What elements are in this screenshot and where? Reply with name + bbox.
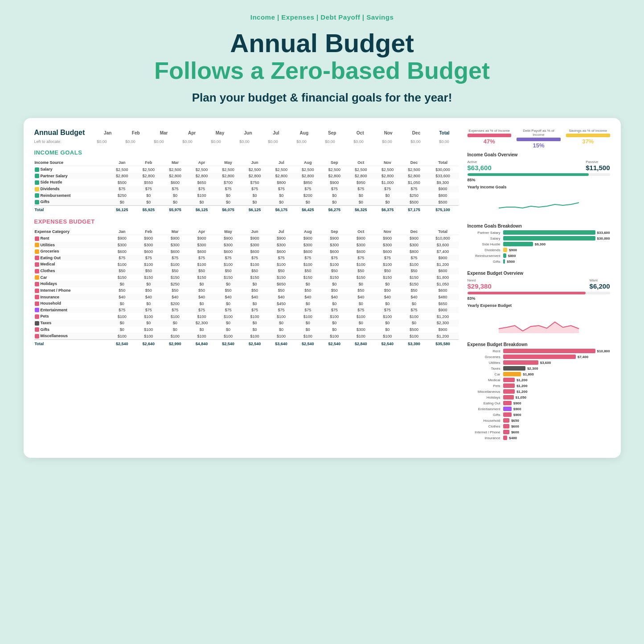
breakdown-row: Miscellaneous $1,200 xyxy=(468,389,610,394)
allocate-vals: $0.00 $0.00 $0.00 $0.00 $0.00 $0.00 $0.0… xyxy=(88,139,459,144)
allocate-label: Left to allocate: xyxy=(34,139,79,144)
expense-progress-fill xyxy=(468,292,586,294)
top-nav: Income | Expenses | Debt Payoff | Saving… xyxy=(250,13,394,29)
budget-header: Annual Budget Jan Feb Mar Apr May Jun Ju… xyxy=(34,129,459,137)
income-active-amount: $63,600 xyxy=(468,164,492,171)
tagline: Plan your budget & financial goals for t… xyxy=(192,91,452,105)
breakdown-row: Partner Salary $33,600 xyxy=(468,230,610,235)
breakdown-row: Salary $30,000 xyxy=(468,236,610,240)
dashboard: Annual Budget Jan Feb Mar Apr May Jun Ju… xyxy=(24,118,621,458)
breakdown-row: Side Hustle $9,300 xyxy=(468,242,610,246)
breakdown-row: Medical $1,200 xyxy=(468,378,610,382)
col-dec: Dec xyxy=(402,130,431,135)
nav-links: Income | Expenses | Debt Payoff | Saving… xyxy=(250,13,394,21)
breakdown-row: Pets $1,200 xyxy=(468,383,610,388)
expense-overview-section: Expense Budget Overview Need $29,380 Wan… xyxy=(468,271,610,335)
breakdown-row: Reimbursement $800 xyxy=(468,253,610,258)
table-row: Partner Salary $2,800$2,800$2,800$2,800$… xyxy=(34,173,459,179)
income-overview-section: Income Goals Overview Active $63,600 Pas… xyxy=(468,152,610,216)
breakdown-row: Groceries $7,400 xyxy=(468,355,610,359)
expense-breakdown-bars: Rent $10,800 Groceries $7,400 Utilities … xyxy=(468,349,610,440)
col-jan: Jan xyxy=(94,130,122,135)
yearly-expense-svg xyxy=(468,309,610,333)
table-row: Holidays $0$0$250$0$0$0$650$0$0$0$0$150$… xyxy=(34,281,459,287)
table-row: Salary $2,500$2,500$2,500$2,500$2,500$2,… xyxy=(34,166,459,173)
income-overview-title: Income Goals Overview xyxy=(468,152,610,157)
svg-marker-0 xyxy=(499,322,579,333)
breakdown-row: Internet / Phone $600 xyxy=(468,430,610,434)
expense-col-label: Expense Category xyxy=(34,228,109,235)
breakdown-row: Holidays $1,050 xyxy=(468,395,610,399)
expense-breakdown-section: Expense Budget Breakdown Rent $10,800 Gr… xyxy=(468,342,610,440)
left-panel: Annual Budget Jan Feb Mar Apr May Jun Ju… xyxy=(34,129,459,447)
breakdown-row: Utilities $3,600 xyxy=(468,360,610,365)
table-row: Insurance $40$40$40$40$40$40$40$40$40$40… xyxy=(34,294,459,301)
breakdown-row: Gifts $500 xyxy=(468,259,610,264)
pct-badges: Expenses as % of Income 47% Debt Payoff … xyxy=(468,129,610,149)
month-headers: Jan Feb Mar Apr May Jun Jul Aug Sep Oct … xyxy=(94,130,458,135)
col-nov: Nov xyxy=(374,130,402,135)
breakdown-row: Eating Out $900 xyxy=(468,401,610,405)
table-row: Reimbursement $250$0$0$100$0$0$0$200$0$0… xyxy=(34,192,459,199)
income-col-label: Income Source xyxy=(34,159,109,166)
table-row: Side Hustle $500$550$600$650$700$750$800… xyxy=(34,179,459,186)
income-progress-bg xyxy=(468,173,610,176)
breakdown-row: Gifts $900 xyxy=(468,412,610,417)
table-row: Household $0$0$200$0$0$0$450$0$0$0$0$0$6… xyxy=(34,300,459,307)
table-row: Medical $100$100$100$100$100$100$100$100… xyxy=(34,261,459,268)
expense-overview-title: Expense Budget Overview xyxy=(468,271,610,276)
yearly-income-chart-wrap: Yearly Income Goals xyxy=(468,185,610,216)
table-row: Dividends $75$75$75$75$75$75$75$75$75$75… xyxy=(34,186,459,192)
breakdown-row: Rent $10,800 xyxy=(468,349,610,353)
expense-want-amount: $6,200 xyxy=(590,282,610,290)
expenses-table: Expense Category JanFebMar AprMayJun Jul… xyxy=(34,228,459,347)
table-row: Clothes $50$50$50$50$50$50$50$50$50$50$5… xyxy=(34,268,459,274)
table-row: Gifts $0$0$0$0$0$0$0$0$0$0$0$500$500 xyxy=(34,199,459,205)
income-breakdown-title: Income Goals Breakdown xyxy=(468,224,610,228)
income-breakdown-section: Income Goals Breakdown Partner Salary $3… xyxy=(468,224,610,264)
pct-badge: Savings as % of Income 37% xyxy=(566,129,610,149)
table-row: Eating Out $75$75$75$75$75$75$75$75$75$7… xyxy=(34,255,459,261)
breakdown-row: Dividends $900 xyxy=(468,248,610,252)
table-row: Utilities $300$300$300$300$300$300$300$3… xyxy=(34,242,459,249)
yearly-income-label: Yearly Income Goals xyxy=(468,185,610,189)
breakdown-row: Clothes $600 xyxy=(468,424,610,428)
income-passive-amount: $11,500 xyxy=(586,164,610,171)
breakdown-row: Entertainment $900 xyxy=(468,407,610,411)
budget-title: Annual Budget xyxy=(34,129,85,137)
col-oct: Oct xyxy=(346,130,374,135)
col-sep: Sep xyxy=(318,130,346,135)
breakdown-row: Household $650 xyxy=(468,418,610,423)
expense-breakdown-title: Expense Budget Breakdown xyxy=(468,342,610,347)
expense-total-row: Total$2,540$2,640$2,990$4,840$2,540$2,54… xyxy=(34,339,459,347)
expense-progress-bg xyxy=(468,292,610,294)
breakdown-row: Insurance $480 xyxy=(468,436,610,440)
right-panel: Expenses as % of Income 47% Debt Payoff … xyxy=(468,129,610,447)
col-apr: Apr xyxy=(178,130,206,135)
income-table: Income Source JanFebMar AprMayJun JulAug… xyxy=(34,159,459,213)
pct-badge: Debt Payoff as % of Income 15% xyxy=(517,129,561,149)
yearly-expense-chart-wrap: Yearly Expense Budget xyxy=(468,303,610,335)
table-row: Groceries $600$600$600$600$600$600$600$6… xyxy=(34,248,459,255)
breakdown-row: Car $1,800 xyxy=(468,372,610,376)
income-percent: 85% xyxy=(468,178,610,182)
col-may: May xyxy=(206,130,234,135)
table-row: Entertainment $75$75$75$75$75$75$75$75$7… xyxy=(34,307,459,314)
col-mar: Mar xyxy=(150,130,178,135)
pct-badge: Expenses as % of Income 47% xyxy=(468,129,512,149)
income-progress-fill xyxy=(468,173,589,176)
table-row: Internet / Phone $50$50$50$50$50$50$50$5… xyxy=(34,287,459,294)
sub-title: Follows a Zero-based Budget xyxy=(154,57,490,84)
income-total-row: Total$6,125$5,925$5,975$6,125$6,075$6,12… xyxy=(34,205,459,213)
table-row: Rent $900$900$900$900$900$900$900$900$90… xyxy=(34,235,459,241)
allocate-row: Left to allocate: $0.00 $0.00 $0.00 $0.0… xyxy=(34,139,459,144)
table-row: Taxes $0$0$0$2,300$0$0$0$0$0$0$0$0$2,300 xyxy=(34,320,459,326)
expenses-section-title: EXPENSES BUDGET xyxy=(34,218,459,225)
col-aug: Aug xyxy=(290,130,318,135)
income-breakdown-bars: Partner Salary $33,600 Salary $30,000 Si… xyxy=(468,230,610,264)
table-row: Gifts $0$100$0$0$0$0$0$0$0$300$0$500$900 xyxy=(34,326,459,333)
main-title: Annual Budget xyxy=(230,29,414,57)
table-row: Car $150$150$150$150$150$150$150$150$150… xyxy=(34,274,459,281)
yearly-expense-label: Yearly Expense Budget xyxy=(468,303,610,308)
col-feb: Feb xyxy=(122,130,150,135)
